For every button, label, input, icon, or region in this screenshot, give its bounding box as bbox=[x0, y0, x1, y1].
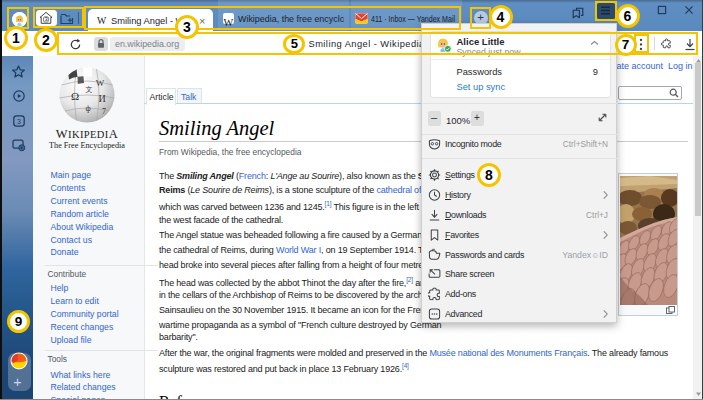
svg-text:W: W bbox=[96, 78, 105, 88]
svg-text:И: И bbox=[98, 93, 105, 104]
svg-text:文: 文 bbox=[86, 85, 93, 94]
svg-text:7: 7 bbox=[102, 107, 106, 116]
svg-text:ф: ф bbox=[85, 104, 90, 113]
svg-text:3: 3 bbox=[17, 117, 21, 124]
svg-text:Ω: Ω bbox=[71, 90, 79, 102]
